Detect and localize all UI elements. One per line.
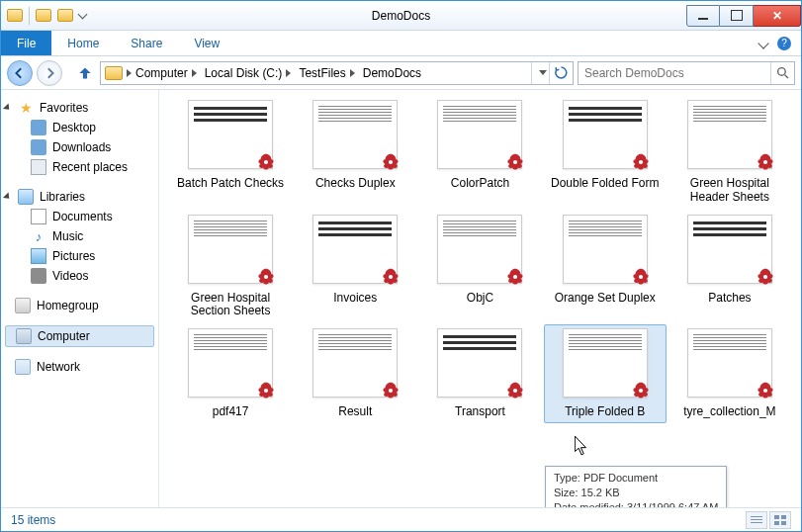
file-name-label: ObjC xyxy=(467,292,493,306)
maximize-button[interactable] xyxy=(720,5,754,27)
breadcrumb-computer[interactable]: Computer xyxy=(132,62,201,84)
breadcrumb-label: TestFiles xyxy=(299,66,345,80)
file-name-label: Triple Folded B xyxy=(565,405,645,419)
pdf-icon xyxy=(630,266,652,288)
svg-point-11 xyxy=(763,274,767,278)
recent-icon xyxy=(31,159,46,175)
svg-point-16 xyxy=(763,389,767,393)
network-icon xyxy=(15,359,31,375)
view-thumbnails-button[interactable] xyxy=(769,511,791,529)
ribbon-expand-icon[interactable] xyxy=(757,38,768,48)
forward-button[interactable] xyxy=(37,60,62,86)
svg-point-5 xyxy=(639,160,643,164)
qat-newfolder-icon[interactable] xyxy=(57,9,73,22)
svg-point-9 xyxy=(513,274,517,278)
sidebar-item-desktop[interactable]: Desktop xyxy=(1,118,158,137)
sidebar-item-documents[interactable]: Documents xyxy=(1,207,158,226)
sidebar-item-label: Computer xyxy=(38,329,90,343)
music-icon: ♪ xyxy=(31,228,46,244)
location-folder-icon xyxy=(105,66,123,80)
downloads-icon xyxy=(31,139,46,155)
close-button[interactable] xyxy=(754,5,801,27)
cursor-icon xyxy=(575,436,588,456)
file-item[interactable]: Batch Patch Checks xyxy=(169,96,292,209)
sidebar-item-pictures[interactable]: Pictures xyxy=(1,246,158,266)
file-item[interactable]: Patches xyxy=(668,211,791,323)
file-item[interactable]: Invoices xyxy=(294,211,416,323)
svg-point-2 xyxy=(264,160,268,164)
pdf-icon xyxy=(630,151,652,173)
help-icon[interactable]: ? xyxy=(777,37,791,50)
sidebar-item-downloads[interactable]: Downloads xyxy=(1,137,158,157)
search-button[interactable] xyxy=(770,62,794,84)
file-item[interactable]: Green Hospital Header Sheets xyxy=(668,96,791,209)
status-bar: 15 items xyxy=(1,507,801,531)
title-bar: DemoDocs xyxy=(1,1,801,31)
sidebar-item-label: Music xyxy=(52,229,83,243)
file-item[interactable]: Orange Set Duplex xyxy=(544,211,667,323)
sidebar-item-label: Videos xyxy=(52,269,88,283)
file-item[interactable]: ColorPatch xyxy=(418,96,541,209)
pdf-icon xyxy=(255,380,277,401)
sidebar-item-music[interactable]: ♪Music xyxy=(1,226,158,246)
tab-view[interactable]: View xyxy=(178,31,235,55)
view-details-button[interactable] xyxy=(746,511,767,529)
up-button[interactable] xyxy=(74,62,96,84)
breadcrumb-testfiles[interactable]: TestFiles xyxy=(295,62,358,84)
file-item[interactable]: pdf417 xyxy=(169,324,292,423)
file-list-pane[interactable]: Batch Patch ChecksChecks DuplexColorPatc… xyxy=(159,90,801,507)
sidebar-item-homegroup[interactable]: Homegroup xyxy=(1,296,158,315)
file-tooltip: Type: PDF Document Size: 15.2 KB Date mo… xyxy=(545,466,727,507)
svg-rect-21 xyxy=(781,515,786,519)
minimize-button[interactable] xyxy=(686,5,720,27)
file-tab[interactable]: File xyxy=(1,31,51,55)
svg-point-3 xyxy=(389,160,393,164)
sidebar-item-recent[interactable]: Recent places xyxy=(1,157,158,177)
refresh-button[interactable] xyxy=(549,62,573,84)
file-item[interactable]: Result xyxy=(294,324,416,423)
pdf-icon xyxy=(504,266,526,288)
breadcrumb-demodocs[interactable]: DemoDocs xyxy=(359,62,425,84)
breadcrumb-localdisk[interactable]: Local Disk (C:) xyxy=(201,62,296,84)
app-folder-icon[interactable] xyxy=(7,9,23,22)
svg-rect-18 xyxy=(751,519,762,520)
tab-home[interactable]: Home xyxy=(51,31,115,55)
file-name-label: Batch Patch Checks xyxy=(177,177,284,191)
file-item[interactable]: ObjC xyxy=(418,211,541,323)
back-button[interactable] xyxy=(7,60,33,86)
group-label: Libraries xyxy=(40,190,85,204)
svg-point-15 xyxy=(639,389,643,393)
sidebar-item-label: Documents xyxy=(52,210,113,223)
qat-dropdown-icon[interactable] xyxy=(78,9,88,19)
svg-point-14 xyxy=(513,389,517,393)
homegroup-icon xyxy=(15,298,31,313)
address-bar[interactable]: Computer Local Disk (C:) TestFiles DemoD… xyxy=(100,61,574,85)
file-item[interactable]: Double Folded Form xyxy=(544,96,667,209)
tooltip-type-value: PDF Document xyxy=(583,472,658,484)
ribbon-tabs: File Home Share View ? xyxy=(1,31,801,56)
sidebar-group-favorites[interactable]: ★Favorites xyxy=(1,98,158,118)
sidebar-item-videos[interactable]: Videos xyxy=(1,266,158,286)
status-item-count: 15 items xyxy=(11,513,55,527)
file-item[interactable]: Triple Folded B xyxy=(544,324,667,423)
breadcrumb-label: Local Disk (C:) xyxy=(205,66,283,80)
file-item[interactable]: Green Hospital Section Sheets xyxy=(169,211,292,323)
file-item[interactable]: Transport xyxy=(418,324,541,423)
svg-rect-22 xyxy=(774,521,779,525)
search-input[interactable] xyxy=(579,66,770,80)
pdf-icon xyxy=(504,380,526,401)
desktop-icon xyxy=(31,120,46,135)
address-dropdown-button[interactable] xyxy=(531,62,549,84)
qat-properties-icon[interactable] xyxy=(36,9,51,22)
sidebar-item-computer[interactable]: Computer xyxy=(5,325,154,347)
qat-separator xyxy=(29,7,30,25)
sidebar-group-libraries[interactable]: Libraries xyxy=(1,187,158,207)
search-box[interactable] xyxy=(578,61,795,85)
tab-share[interactable]: Share xyxy=(115,31,178,55)
pdf-icon xyxy=(504,151,526,173)
file-item[interactable]: tyre_collection_M xyxy=(668,324,791,423)
sidebar-item-network[interactable]: Network xyxy=(1,357,158,377)
sidebar-item-label: Recent places xyxy=(52,160,128,174)
pdf-icon xyxy=(255,266,277,288)
file-item[interactable]: Checks Duplex xyxy=(294,96,416,209)
